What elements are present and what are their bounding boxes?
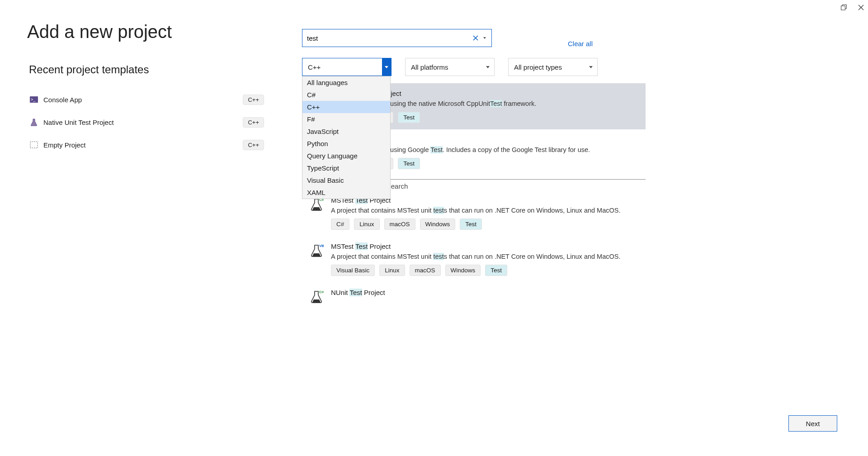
recent-item-empty-project[interactable]: Empty Project C++	[29, 133, 264, 156]
language-dropdown-button[interactable]	[382, 58, 391, 76]
platform-filter-combo[interactable]: All platforms	[405, 58, 495, 76]
empty-project-icon	[29, 141, 39, 149]
result-description: A project that contains MSTest unit test…	[331, 207, 638, 214]
language-option[interactable]: C++	[302, 101, 390, 113]
language-dropdown-menu: All languagesC#C++F#JavaScriptPythonQuer…	[302, 76, 391, 199]
result-description: A project that contains MSTest unit test…	[331, 253, 638, 260]
template-result[interactable]: C# NUnit Test Project	[302, 282, 646, 310]
chevron-down-icon	[486, 66, 490, 68]
language-option[interactable]: Visual Basic	[302, 174, 390, 186]
result-tag: Windows	[420, 218, 456, 230]
svg-rect-0	[841, 6, 845, 10]
language-option[interactable]: TypeScript	[302, 162, 390, 174]
recent-item-label: Empty Project	[43, 141, 243, 149]
result-title: NUnit Test Project	[331, 289, 638, 296]
language-tag: C++	[243, 140, 264, 150]
result-tag: Test	[398, 158, 420, 169]
language-option[interactable]: F#	[302, 113, 390, 125]
project-type-filter-combo[interactable]: All project types	[508, 58, 598, 76]
maximize-restore-icon[interactable]	[840, 4, 847, 11]
close-icon[interactable]	[857, 4, 864, 11]
platform-filter-value: All platforms	[411, 63, 448, 71]
result-tag: Test	[398, 112, 420, 123]
svg-rect-3	[30, 142, 38, 148]
flask-icon: VB	[309, 243, 324, 258]
recent-item-native-unit-test[interactable]: Native Unit Test Project C++	[29, 111, 264, 133]
result-tag: Linux	[354, 218, 379, 230]
svg-text:C#: C#	[319, 290, 324, 294]
language-option[interactable]: C#	[302, 89, 390, 101]
language-filter-value: C++	[308, 63, 321, 71]
template-result[interactable]: VB MSTest Test Project A project that co…	[302, 236, 646, 282]
flask-icon	[29, 118, 39, 126]
result-tag: macOS	[410, 265, 441, 276]
result-tag: Windows	[445, 265, 481, 276]
language-option[interactable]: XAML	[302, 186, 390, 199]
language-tag: C++	[243, 117, 264, 128]
svg-text:>_: >_	[31, 97, 36, 102]
recent-templates-list: >_ Console App C++ Native Unit Test Proj…	[29, 88, 264, 156]
page-title: Add a new project	[27, 22, 172, 42]
language-option[interactable]: JavaScript	[302, 125, 390, 138]
next-button[interactable]: Next	[788, 415, 837, 432]
language-tag: C++	[243, 95, 264, 105]
recent-item-label: Native Unit Test Project	[43, 119, 243, 126]
search-dropdown-icon[interactable]	[483, 36, 487, 40]
result-title: MSTest Test Project	[331, 242, 638, 250]
console-icon: >_	[29, 95, 39, 104]
result-tag: Test	[485, 265, 507, 276]
search-input[interactable]	[307, 34, 472, 42]
language-filter-combo[interactable]: C++	[302, 58, 392, 76]
recent-item-label: Console App	[43, 96, 243, 104]
clear-search-icon[interactable]	[472, 34, 479, 42]
language-option[interactable]: Query Language	[302, 150, 390, 162]
flask-icon: C#	[309, 197, 324, 212]
result-tag: macOS	[384, 218, 415, 230]
recent-templates-header: Recent project templates	[29, 63, 149, 76]
result-tag: Linux	[379, 265, 405, 276]
project-type-filter-value: All project types	[514, 63, 562, 71]
recent-item-console-app[interactable]: >_ Console App C++	[29, 88, 264, 111]
chevron-down-icon	[589, 66, 593, 68]
language-option[interactable]: All languages	[302, 76, 390, 89]
result-tag: Visual Basic	[331, 265, 375, 276]
flask-icon: C#	[309, 290, 324, 304]
result-tag: C#	[331, 218, 349, 230]
clear-all-link[interactable]: Clear all	[568, 40, 593, 48]
search-templates-box[interactable]	[302, 29, 492, 47]
svg-text:VB: VB	[319, 244, 324, 248]
language-option[interactable]: Python	[302, 138, 390, 150]
result-tag: Test	[460, 218, 482, 230]
